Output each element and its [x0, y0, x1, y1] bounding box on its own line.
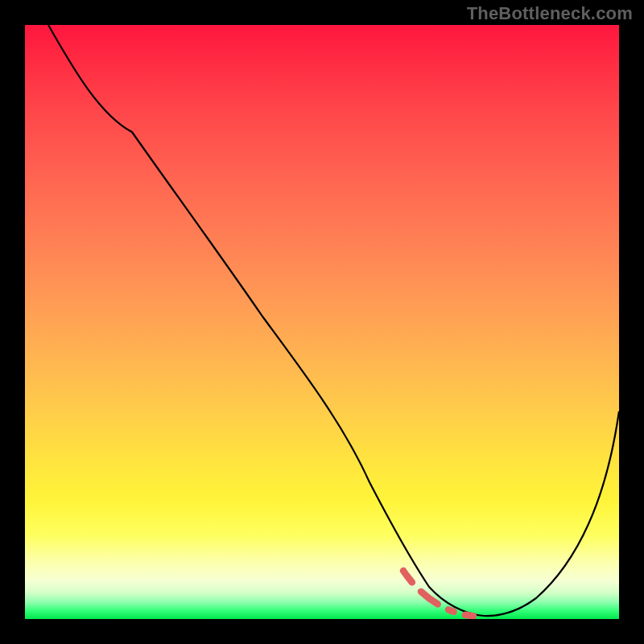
watermark-text: TheBottleneck.com: [467, 3, 633, 24]
gradient-plot-background: [25, 25, 619, 619]
chart-frame: TheBottleneck.com: [0, 0, 644, 644]
